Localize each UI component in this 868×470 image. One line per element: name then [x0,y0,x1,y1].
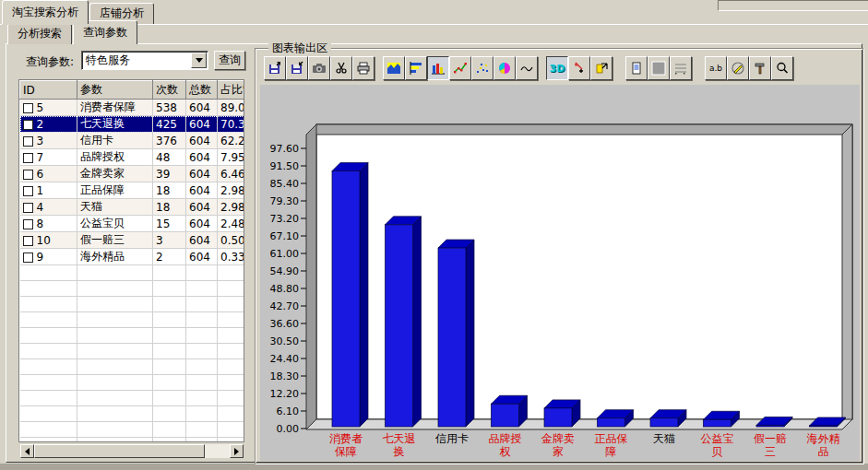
grid-lines-icon [673,61,688,76]
svg-text:金牌卖: 金牌卖 [541,432,575,445]
svg-text:91.50: 91.50 [270,160,300,172]
cell-total: 604 [186,166,218,182]
col-header-total[interactable]: 总数 [186,81,218,100]
cell-count: 3 [153,232,186,249]
line-chart-button[interactable] [449,56,471,80]
table-row[interactable]: 9海外精品26040.33 [20,249,245,265]
svg-text:七天退: 七天退 [383,432,416,445]
scrollbar-track[interactable] [34,444,230,458]
background-color-button[interactable] [648,56,670,80]
cell-pct: 0.50 [218,232,245,249]
cell-name: 公益宝贝 [77,216,153,232]
col-header-pct[interactable]: 占比% [218,81,245,100]
svg-text:24.40: 24.40 [270,353,300,365]
export-edit-button[interactable] [590,56,612,80]
cell-pct: 2.98 [218,199,245,216]
gridlines-button[interactable] [670,56,692,80]
open-chart-button[interactable] [264,56,286,80]
app-window: { "tabs": { "main": [ { "label": "淘宝搜索分析… [0,0,868,470]
row-checkbox[interactable] [23,203,33,213]
row-checkbox[interactable] [23,186,33,196]
vbar-chart-button[interactable] [427,56,449,80]
add-marker-button[interactable] [568,56,590,80]
table-row[interactable]: 8公益宝贝156042.48 [20,216,245,232]
row-checkbox[interactable] [23,253,33,263]
table-row[interactable]: 1正品保障186042.98 [20,182,245,199]
table-row[interactable]: 3信用卡37660462.25 [20,133,245,149]
edit-chart-button[interactable] [727,56,749,80]
cell-name: 正品保障 [77,182,153,199]
hbar-chart-button[interactable] [405,56,427,80]
cell-count: 39 [153,166,186,182]
svg-text:61.00: 61.00 [270,248,300,260]
scatter-chart-button[interactable] [471,56,493,80]
query-button[interactable]: 查询 [214,51,245,70]
table-row[interactable]: 10假一赔三36040.50 [20,232,245,249]
cell-name: 七天退换 [77,116,153,133]
cell-count: 2 [153,249,186,265]
camera-icon [312,61,327,76]
row-checkbox[interactable] [23,103,33,113]
sub-tab-bar: 分析搜索 查询参数 [7,25,138,44]
table-row[interactable]: 7品牌授权486047.95 [20,149,245,166]
row-checkbox[interactable] [23,136,33,147]
empty-row [20,265,245,281]
svg-text:保障: 保障 [335,445,357,458]
empty-row [20,375,245,391]
row-checkbox[interactable] [23,170,33,180]
query-param-combobox[interactable]: 特色服务 [81,51,208,70]
page-setup-button[interactable] [625,56,648,80]
cell-total: 604 [186,182,218,199]
toggle-3d-button[interactable]: 3D [546,56,568,80]
cut-button[interactable] [330,56,352,80]
tab-analysis-search[interactable]: 分析搜索 [7,23,72,44]
param-table: ID 参数 次数 总数 占比% 5消费者保障53860489.072七天退换42… [18,79,244,442]
col-header-count[interactable]: 次数 [153,81,186,100]
svg-text:家: 家 [553,445,564,458]
cell-count: 18 [153,199,186,216]
scroll-left-button[interactable] [20,444,34,458]
table-row[interactable]: 4天猫186042.98 [20,199,245,216]
col-header-id[interactable]: ID [20,81,77,100]
table-header: ID 参数 次数 总数 占比% [20,81,245,100]
cell-count: 376 [153,133,186,149]
chart-output-title: 图表输出区 [268,41,331,56]
empty-row [20,281,245,297]
svg-text:天猫: 天猫 [653,432,675,445]
svg-text:三: 三 [765,445,776,458]
pie-chart-button[interactable] [493,56,516,80]
empty-row [20,406,245,422]
area-chart-button[interactable] [383,56,405,80]
curve-chart-button[interactable] [516,56,538,80]
row-checkbox[interactable] [23,153,33,163]
tools-button[interactable] [749,56,771,80]
scroll-right-button[interactable] [230,444,244,458]
table-row[interactable]: 2七天退换42560470.36 [20,116,245,133]
cell-total: 604 [186,149,218,166]
cell-name: 消费者保障 [77,100,153,116]
empty-row [20,438,245,443]
col-header-param[interactable]: 参数 [77,81,153,100]
row-checkbox[interactable] [23,219,33,229]
cell-pct: 7.95 [218,149,245,166]
marker-add-icon [572,61,587,76]
bottom-strip [0,464,868,470]
axis-labels-button[interactable]: a.b [705,56,727,80]
copy-image-button[interactable] [308,56,330,80]
combobox-dropdown-button[interactable] [191,53,207,68]
row-checkbox[interactable] [23,120,33,130]
scrollbar-thumb[interactable] [34,444,205,458]
table-hscrollbar[interactable] [20,444,244,458]
svg-text:品牌授: 品牌授 [489,432,522,445]
cell-name: 假一赔三 [77,232,153,249]
tab-taobao-search-analysis[interactable]: 淘宝搜索分析 [2,0,89,24]
svg-text:48.80: 48.80 [270,283,300,295]
table-row[interactable]: 6金牌卖家396046.46 [20,166,245,182]
save-chart-button[interactable] [286,56,308,80]
print-button[interactable] [352,56,375,80]
table-row[interactable]: 5消费者保障53860489.07 [20,100,245,116]
zoom-button[interactable] [771,56,793,80]
cell-pct: 0.33 [218,249,245,265]
svg-text:障: 障 [606,445,617,458]
row-checkbox[interactable] [23,236,33,246]
